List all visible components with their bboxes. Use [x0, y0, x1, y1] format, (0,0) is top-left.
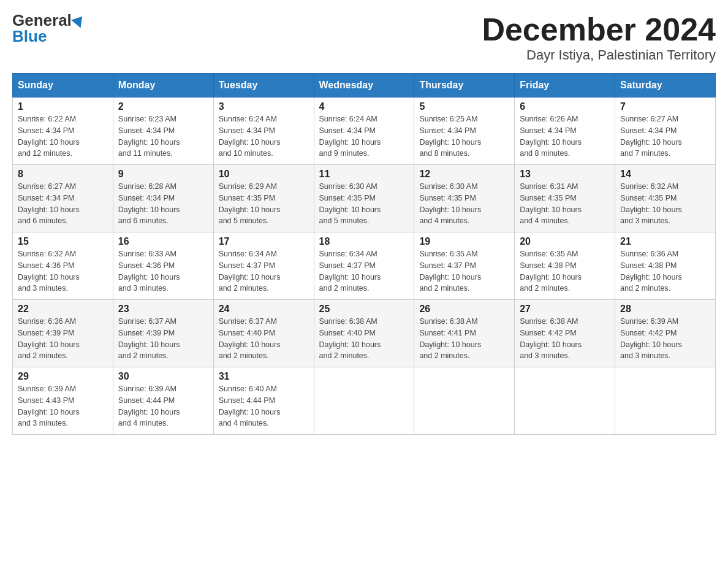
- day-number: 5: [419, 101, 509, 112]
- day-info: Sunrise: 6:36 AM Sunset: 4:39 PM Dayligh…: [18, 316, 108, 362]
- calendar-cell: 11 Sunrise: 6:30 AM Sunset: 4:35 PM Dayl…: [314, 165, 414, 232]
- calendar-cell: [515, 367, 615, 435]
- weekday-header-thursday: Thursday: [414, 74, 515, 98]
- day-number: 1: [18, 101, 108, 112]
- calendar-table: SundayMondayTuesdayWednesdayThursdayFrid…: [12, 73, 716, 435]
- day-number: 24: [219, 304, 309, 315]
- day-info: Sunrise: 6:29 AM Sunset: 4:35 PM Dayligh…: [219, 181, 309, 227]
- day-number: 31: [219, 371, 309, 382]
- day-info: Sunrise: 6:24 AM Sunset: 4:34 PM Dayligh…: [319, 113, 409, 159]
- day-number: 21: [620, 236, 710, 247]
- calendar-cell: 27 Sunrise: 6:38 AM Sunset: 4:42 PM Dayl…: [515, 300, 615, 367]
- calendar-cell: [414, 367, 515, 435]
- calendar-cell: 13 Sunrise: 6:31 AM Sunset: 4:35 PM Dayl…: [515, 165, 615, 232]
- location-title: Dayr Istiya, Palestinian Territory: [482, 47, 716, 63]
- day-number: 7: [620, 101, 710, 112]
- calendar-cell: [615, 367, 716, 435]
- week-row-5: 29 Sunrise: 6:39 AM Sunset: 4:43 PM Dayl…: [13, 367, 716, 435]
- calendar-cell: 29 Sunrise: 6:39 AM Sunset: 4:43 PM Dayl…: [13, 367, 113, 435]
- day-info: Sunrise: 6:35 AM Sunset: 4:38 PM Dayligh…: [520, 248, 610, 294]
- calendar-cell: 25 Sunrise: 6:38 AM Sunset: 4:40 PM Dayl…: [314, 300, 414, 367]
- weekday-header-saturday: Saturday: [615, 74, 716, 98]
- calendar-cell: 30 Sunrise: 6:39 AM Sunset: 4:44 PM Dayl…: [113, 367, 213, 435]
- day-number: 9: [118, 169, 208, 180]
- day-number: 19: [419, 236, 509, 247]
- calendar-cell: 28 Sunrise: 6:39 AM Sunset: 4:42 PM Dayl…: [615, 300, 716, 367]
- day-info: Sunrise: 6:37 AM Sunset: 4:40 PM Dayligh…: [219, 316, 309, 362]
- calendar-cell: 9 Sunrise: 6:28 AM Sunset: 4:34 PM Dayli…: [113, 165, 213, 232]
- week-row-1: 1 Sunrise: 6:22 AM Sunset: 4:34 PM Dayli…: [13, 98, 716, 165]
- calendar-cell: 2 Sunrise: 6:23 AM Sunset: 4:34 PM Dayli…: [113, 98, 213, 165]
- month-title: December 2024: [482, 12, 716, 47]
- day-info: Sunrise: 6:26 AM Sunset: 4:34 PM Dayligh…: [520, 113, 610, 159]
- day-info: Sunrise: 6:32 AM Sunset: 4:36 PM Dayligh…: [18, 248, 108, 294]
- calendar-cell: 15 Sunrise: 6:32 AM Sunset: 4:36 PM Dayl…: [13, 232, 113, 300]
- day-number: 14: [620, 169, 710, 180]
- day-number: 2: [118, 101, 208, 112]
- calendar-cell: 14 Sunrise: 6:32 AM Sunset: 4:35 PM Dayl…: [615, 165, 716, 232]
- calendar-cell: 24 Sunrise: 6:37 AM Sunset: 4:40 PM Dayl…: [213, 300, 314, 367]
- logo-general-text: General: [12, 12, 72, 28]
- day-number: 12: [419, 169, 509, 180]
- weekday-header-wednesday: Wednesday: [314, 74, 414, 98]
- day-info: Sunrise: 6:31 AM Sunset: 4:35 PM Dayligh…: [520, 181, 610, 227]
- day-number: 26: [419, 304, 509, 315]
- day-info: Sunrise: 6:34 AM Sunset: 4:37 PM Dayligh…: [219, 248, 309, 294]
- calendar-cell: 23 Sunrise: 6:37 AM Sunset: 4:39 PM Dayl…: [113, 300, 213, 367]
- day-number: 15: [18, 236, 108, 247]
- day-info: Sunrise: 6:22 AM Sunset: 4:34 PM Dayligh…: [18, 113, 108, 159]
- day-number: 22: [18, 304, 108, 315]
- week-row-3: 15 Sunrise: 6:32 AM Sunset: 4:36 PM Dayl…: [13, 232, 716, 300]
- day-number: 17: [219, 236, 309, 247]
- logo: General Blue: [12, 12, 85, 44]
- calendar-cell: 20 Sunrise: 6:35 AM Sunset: 4:38 PM Dayl…: [515, 232, 615, 300]
- calendar-cell: 5 Sunrise: 6:25 AM Sunset: 4:34 PM Dayli…: [414, 98, 515, 165]
- day-info: Sunrise: 6:35 AM Sunset: 4:37 PM Dayligh…: [419, 248, 509, 294]
- day-number: 29: [18, 371, 108, 382]
- weekday-header-sunday: Sunday: [13, 74, 113, 98]
- day-number: 18: [319, 236, 409, 247]
- weekday-header-row: SundayMondayTuesdayWednesdayThursdayFrid…: [13, 74, 716, 98]
- logo-triangle-icon: [71, 12, 87, 28]
- day-info: Sunrise: 6:40 AM Sunset: 4:44 PM Dayligh…: [219, 383, 309, 429]
- calendar-cell: 17 Sunrise: 6:34 AM Sunset: 4:37 PM Dayl…: [213, 232, 314, 300]
- day-number: 6: [520, 101, 610, 112]
- day-info: Sunrise: 6:36 AM Sunset: 4:38 PM Dayligh…: [620, 248, 710, 294]
- day-number: 3: [219, 101, 309, 112]
- day-info: Sunrise: 6:27 AM Sunset: 4:34 PM Dayligh…: [18, 181, 108, 227]
- day-info: Sunrise: 6:28 AM Sunset: 4:34 PM Dayligh…: [118, 181, 208, 227]
- day-info: Sunrise: 6:25 AM Sunset: 4:34 PM Dayligh…: [419, 113, 509, 159]
- calendar-cell: 21 Sunrise: 6:36 AM Sunset: 4:38 PM Dayl…: [615, 232, 716, 300]
- day-info: Sunrise: 6:24 AM Sunset: 4:34 PM Dayligh…: [219, 113, 309, 159]
- day-number: 23: [118, 304, 208, 315]
- day-info: Sunrise: 6:30 AM Sunset: 4:35 PM Dayligh…: [419, 181, 509, 227]
- calendar-cell: 16 Sunrise: 6:33 AM Sunset: 4:36 PM Dayl…: [113, 232, 213, 300]
- calendar-cell: 19 Sunrise: 6:35 AM Sunset: 4:37 PM Dayl…: [414, 232, 515, 300]
- calendar-cell: [314, 367, 414, 435]
- day-number: 10: [219, 169, 309, 180]
- day-info: Sunrise: 6:23 AM Sunset: 4:34 PM Dayligh…: [118, 113, 208, 159]
- day-info: Sunrise: 6:30 AM Sunset: 4:35 PM Dayligh…: [319, 181, 409, 227]
- day-number: 13: [520, 169, 610, 180]
- calendar-cell: 8 Sunrise: 6:27 AM Sunset: 4:34 PM Dayli…: [13, 165, 113, 232]
- day-info: Sunrise: 6:32 AM Sunset: 4:35 PM Dayligh…: [620, 181, 710, 227]
- calendar-cell: 26 Sunrise: 6:38 AM Sunset: 4:41 PM Dayl…: [414, 300, 515, 367]
- day-info: Sunrise: 6:34 AM Sunset: 4:37 PM Dayligh…: [319, 248, 409, 294]
- day-number: 30: [118, 371, 208, 382]
- day-info: Sunrise: 6:37 AM Sunset: 4:39 PM Dayligh…: [118, 316, 208, 362]
- day-number: 20: [520, 236, 610, 247]
- day-info: Sunrise: 6:39 AM Sunset: 4:42 PM Dayligh…: [620, 316, 710, 362]
- logo-blue-text: Blue: [12, 28, 47, 44]
- calendar-cell: 3 Sunrise: 6:24 AM Sunset: 4:34 PM Dayli…: [213, 98, 314, 165]
- day-number: 4: [319, 101, 409, 112]
- day-number: 16: [118, 236, 208, 247]
- page-header: General Blue December 2024 Dayr Istiya, …: [12, 12, 716, 63]
- day-info: Sunrise: 6:38 AM Sunset: 4:42 PM Dayligh…: [520, 316, 610, 362]
- calendar-cell: 10 Sunrise: 6:29 AM Sunset: 4:35 PM Dayl…: [213, 165, 314, 232]
- calendar-cell: 7 Sunrise: 6:27 AM Sunset: 4:34 PM Dayli…: [615, 98, 716, 165]
- weekday-header-friday: Friday: [515, 74, 615, 98]
- day-number: 11: [319, 169, 409, 180]
- calendar-cell: 4 Sunrise: 6:24 AM Sunset: 4:34 PM Dayli…: [314, 98, 414, 165]
- day-number: 28: [620, 304, 710, 315]
- calendar-cell: 6 Sunrise: 6:26 AM Sunset: 4:34 PM Dayli…: [515, 98, 615, 165]
